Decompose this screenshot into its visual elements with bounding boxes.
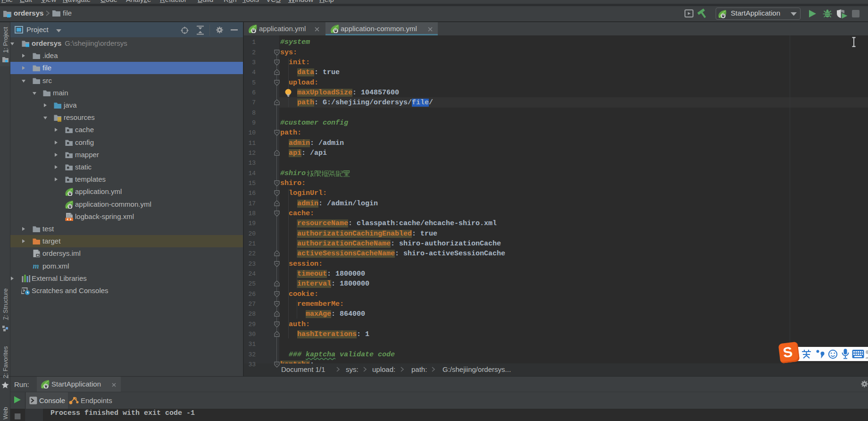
svg-text:m: m [33,262,39,270]
